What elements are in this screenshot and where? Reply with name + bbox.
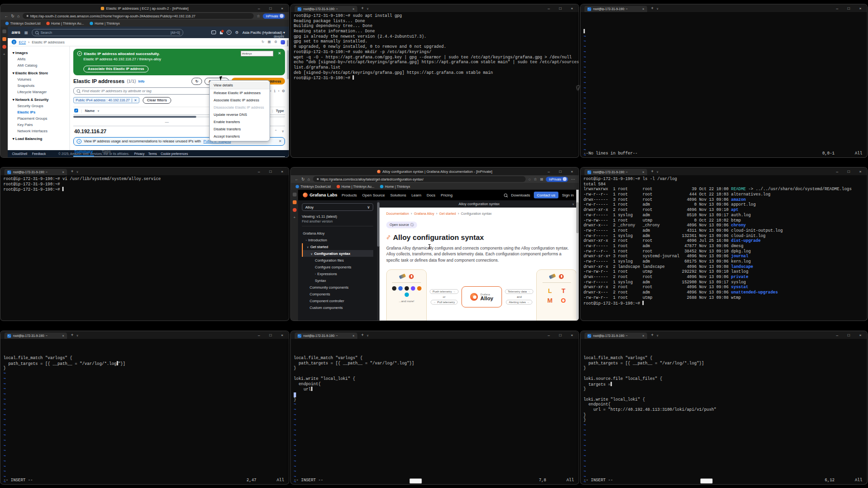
aws-logo[interactable]: aws xyxy=(12,30,21,35)
tab-dropdown-icon[interactable]: ∨ xyxy=(76,334,78,337)
services-grid-icon[interactable]: ▦ xyxy=(25,30,28,35)
restore-icon[interactable]: □ xyxy=(555,169,566,174)
terminal-tab[interactable]: >_ root@ip-172-31-9-190: ~ × xyxy=(584,169,647,175)
close-icon[interactable]: × xyxy=(276,169,288,174)
amazon-q-icon[interactable] xyxy=(281,40,285,44)
settings-gear-icon[interactable]: ⚙ xyxy=(235,30,239,35)
product-version-select[interactable]: Alloy ∨ xyxy=(302,203,373,211)
tab-dropdown-icon[interactable]: ∨ xyxy=(656,170,658,173)
terminal-tab[interactable]: >_ root@ip-172-31-9-190: ~ × xyxy=(295,6,357,12)
dismiss-banner-icon[interactable]: ✕ xyxy=(278,51,281,56)
bookmark[interactable]: Home | Thinknyx Au... xyxy=(46,22,84,25)
vim-buffer[interactable]: --No lines in buffer-- 0,0-1 All ~~~~~~~… xyxy=(581,12,867,157)
terminal-tab[interactable]: >_ root@ip-172-31-9-190: ~ × xyxy=(4,333,67,339)
close-icon[interactable]: × xyxy=(276,333,288,337)
new-tab-icon[interactable]: + xyxy=(361,6,364,11)
contact-us-button[interactable]: Contact us xyxy=(534,192,558,198)
close-icon[interactable]: × xyxy=(276,6,288,11)
sidebar-item[interactable]: Elastic IPs xyxy=(13,109,69,115)
tab-summary[interactable]: Summary xyxy=(73,148,94,156)
dismiss-info-icon[interactable]: ✕ xyxy=(279,139,282,143)
new-tab-icon[interactable]: + xyxy=(71,333,73,337)
new-tab-icon[interactable]: + xyxy=(651,6,653,11)
menu-item[interactable]: View details xyxy=(210,82,270,89)
home-icon[interactable]: ⌂ xyxy=(17,14,20,18)
prev-page-icon[interactable]: ‹ xyxy=(270,89,271,93)
new-tab-icon[interactable]: + xyxy=(651,169,653,174)
minimize-icon[interactable]: – xyxy=(831,333,843,337)
panel-collapse-icon[interactable]: ∨ xyxy=(282,129,284,133)
doc-tree-item[interactable]: ∨Configuration syntax xyxy=(302,250,373,257)
bookmark[interactable]: Home | Thinknyx Au... xyxy=(337,185,374,188)
favorite-star-icon[interactable]: ☆ xyxy=(257,14,260,18)
close-icon[interactable]: × xyxy=(854,6,866,11)
tab-dropdown-icon[interactable]: ∨ xyxy=(656,334,658,337)
history-icon[interactable]: ↻ xyxy=(261,40,264,44)
tab-dropdown-icon[interactable]: ∨ xyxy=(656,7,658,10)
nav-item[interactable]: Docs xyxy=(427,193,435,197)
nav-item[interactable]: Learn xyxy=(411,193,421,197)
notifications-bell-icon[interactable] xyxy=(220,31,223,34)
terminal-tab[interactable]: >_ root@ip-172-31-9-190: ~ × xyxy=(295,333,357,339)
sidebar-section[interactable]: ▾ Network & Security xyxy=(13,98,69,102)
minimize-icon[interactable]: – xyxy=(831,169,843,174)
bookmark[interactable]: Home | Thinknyx xyxy=(380,185,410,188)
nav-item[interactable]: Pricing xyxy=(441,193,452,197)
pinned-site-icon[interactable] xyxy=(293,208,297,212)
sidebar-item[interactable]: Volumes xyxy=(13,76,69,83)
help-icon[interactable]: ? xyxy=(227,30,231,35)
sidebar-section[interactable]: ▾ Elastic Block Store xyxy=(13,71,69,75)
inprivate-badge[interactable]: InPrivate xyxy=(263,14,285,19)
page-settings-icon[interactable]: ⚙ xyxy=(274,40,277,44)
tab-close-icon[interactable]: × xyxy=(62,334,64,337)
more-menu-icon[interactable]: ⋯ xyxy=(571,177,575,181)
terminal-output[interactable]: root@ip-172-31-9-190:~# sudo apt install… xyxy=(291,12,579,157)
sidebar-item[interactable]: Lifecycle Manager xyxy=(13,89,69,95)
minimize-icon[interactable]: – xyxy=(253,333,265,337)
tab-close-icon[interactable]: × xyxy=(642,170,644,174)
menu-item[interactable]: Disassociate Elastic IP address xyxy=(210,104,270,111)
pinned-site-icon[interactable] xyxy=(2,37,6,41)
aws-search-input[interactable]: Search [Alt+S] xyxy=(32,29,183,36)
pinned-site-icon[interactable] xyxy=(293,200,297,204)
vim-buffer[interactable]: -- INSERT -- 6,12 All local.file_match "… xyxy=(581,339,867,484)
breadcrumb-item[interactable]: Documentation xyxy=(386,212,409,215)
sign-in-link[interactable]: Sign in xyxy=(562,193,574,197)
nav-item[interactable]: Solutions xyxy=(390,193,406,197)
breadcrumb-item[interactable]: Get started xyxy=(439,212,456,215)
page-scrollbar[interactable] xyxy=(287,46,289,150)
breadcrumb-item[interactable]: Configuration syntax xyxy=(461,212,492,215)
sidebar-item[interactable]: AMIs xyxy=(13,56,69,62)
tab-dropdown-icon[interactable]: ∨ xyxy=(366,334,368,337)
breadcrumb-item[interactable]: Grafana Alloy xyxy=(414,212,434,215)
close-icon[interactable]: × xyxy=(566,6,578,11)
panel-expand-icon[interactable]: ⌃ xyxy=(274,129,277,133)
tab-close-icon[interactable]: × xyxy=(353,7,354,11)
tab-actions-icon[interactable] xyxy=(2,29,6,33)
menu-item[interactable]: Update reverse DNS xyxy=(210,111,270,118)
info-link[interactable]: Info xyxy=(138,80,145,83)
feedback-link[interactable]: Feedback xyxy=(32,152,46,155)
breadcrumb-ec2[interactable]: EC2 xyxy=(19,40,26,44)
tab-close-icon[interactable]: × xyxy=(642,7,644,11)
cloudshell-icon[interactable]: >_ xyxy=(211,30,216,34)
downloads-link[interactable]: Downloads xyxy=(511,193,530,197)
vim-buffer[interactable]: -- INSERT -- 2,47 All local.file_match "… xyxy=(0,339,289,484)
tab-actions-icon[interactable] xyxy=(293,193,297,196)
vim-buffer[interactable]: -- INSERT -- 7,8 All local.file_match "v… xyxy=(291,339,579,484)
doc-tree-item[interactable]: Custom components xyxy=(302,304,373,311)
sidebar-item[interactable]: Security Groups xyxy=(13,103,69,109)
info-icon[interactable]: ⓘ xyxy=(410,223,414,227)
doc-tree-item[interactable]: Configure components xyxy=(302,264,373,270)
doc-tree-item[interactable]: Components xyxy=(302,291,373,297)
associate-eip-button[interactable]: Associate this Elastic IP address xyxy=(83,66,149,72)
minimize-icon[interactable]: – xyxy=(253,169,265,174)
address-bar[interactable]: https://grafana.com/docs/alloy/latest/ge… xyxy=(313,176,526,182)
back-icon[interactable]: ← xyxy=(295,177,298,181)
menu-item[interactable]: Release Elastic IP addresses xyxy=(210,89,270,97)
doc-tree-item[interactable]: ›Introduction xyxy=(302,237,373,243)
search-icon[interactable] xyxy=(504,194,507,197)
minimize-icon[interactable]: – xyxy=(543,169,555,174)
new-tab-icon[interactable]: + xyxy=(651,333,653,337)
sidebar-section[interactable]: ▾ Images xyxy=(13,51,69,55)
